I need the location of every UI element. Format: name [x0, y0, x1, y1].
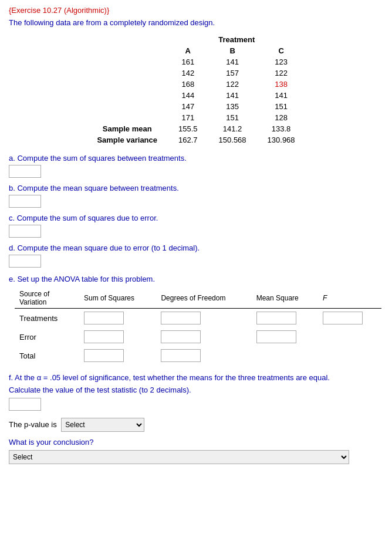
anova-header-ss: Sum of Squares [79, 288, 156, 309]
question-b-label: b. Compute the mean square between treat… [9, 184, 383, 192]
anova-header-source: Source of Variation [15, 288, 79, 309]
anova-source-treatments: Treatments [15, 309, 79, 328]
question-f-label: f. At the α = .05 level of significance,… [9, 373, 383, 382]
anova-header-ms: Mean Square [252, 288, 318, 309]
data-row-2: 142 157 122 [86, 67, 305, 79]
question-d: d. Compute the mean square due to error … [9, 244, 383, 268]
question-e-label: e. Set up the ANOVA table for this probl… [9, 275, 383, 283]
calc-label: Calculate the value of the test statisti… [9, 386, 383, 394]
anova-header-f: F [318, 288, 381, 309]
pvalue-line: The p-value is Select less than .01 betw… [9, 418, 383, 432]
answer-b-input[interactable] [9, 195, 41, 208]
anova-error-df[interactable] [161, 330, 201, 343]
question-a: a. Compute the sum of squares between tr… [9, 154, 383, 178]
anova-error-ss-cell [79, 327, 156, 346]
treatment-header: Treatment [168, 34, 306, 45]
anova-source-total: Total [15, 346, 79, 365]
pvalue-select[interactable]: Select less than .01 between .01 and .02… [61, 418, 144, 432]
col-c: C [257, 45, 306, 56]
anova-row-treatments: Treatments [15, 309, 381, 328]
anova-header-df: Degrees of Freedom [156, 288, 251, 309]
anova-row-total: Total [15, 346, 381, 365]
question-f: f. At the α = .05 level of significance,… [9, 373, 383, 464]
intro-text: The following data are from a completely… [9, 18, 383, 27]
answer-d-input[interactable] [9, 255, 41, 268]
col-b: B [208, 45, 257, 56]
anova-error-ss[interactable] [84, 330, 124, 343]
anova-error-df-cell [156, 327, 251, 346]
anova-treatments-ss-cell [79, 309, 156, 328]
anova-total-ss-cell [79, 346, 156, 365]
anova-treatments-f-cell [318, 309, 381, 328]
sample-variance-row: Sample variance 162.7 150.568 130.968 [86, 134, 305, 146]
anova-error-ms-cell [252, 327, 318, 346]
conclusion-select[interactable]: Select Do not reject H0. There is suffic… [9, 450, 349, 464]
data-row-3: 168 122 138 [86, 79, 305, 90]
pvalue-prefix: The p-value is [9, 420, 57, 429]
conclusion-label: What is your conclusion? [9, 438, 383, 447]
data-row-5: 147 135 151 [86, 101, 305, 112]
anova-error-ms[interactable] [256, 330, 296, 343]
question-b: b. Compute the mean square between treat… [9, 184, 383, 208]
question-c: c. Compute the sum of squares due to err… [9, 214, 383, 238]
answer-c-input[interactable] [9, 225, 41, 238]
anova-source-error: Error [15, 327, 79, 346]
anova-treatments-f[interactable] [323, 312, 363, 324]
anova-total-df[interactable] [161, 349, 201, 362]
anova-treatments-ms[interactable] [256, 312, 296, 324]
answer-a-input[interactable] [9, 165, 41, 178]
anova-total-f-cell [318, 346, 381, 365]
question-a-label: a. Compute the sum of squares between tr… [9, 154, 383, 163]
col-a: A [168, 45, 208, 56]
test-statistic-input[interactable] [9, 398, 41, 411]
anova-table: Source of Variation Sum of Squares Degre… [15, 288, 381, 365]
treatment-table: Treatment A B C 161 141 123 142 157 122 … [86, 34, 305, 146]
anova-treatments-df-cell [156, 309, 251, 328]
exercise-title: {Exercise 10.27 (Algorithmic)} [9, 6, 383, 15]
anova-treatments-ss[interactable] [84, 312, 124, 324]
question-e: e. Set up the ANOVA table for this probl… [9, 275, 383, 365]
data-row-6: 171 151 128 [86, 112, 305, 123]
anova-total-ms-cell [252, 346, 318, 365]
anova-row-error: Error [15, 327, 381, 346]
anova-error-f-cell [318, 327, 381, 346]
data-row-4: 144 141 141 [86, 90, 305, 101]
data-row-1: 161 141 123 [86, 56, 305, 67]
anova-total-ss[interactable] [84, 349, 124, 362]
question-d-label: d. Compute the mean square due to error … [9, 244, 383, 252]
question-c-label: c. Compute the sum of squares due to err… [9, 214, 383, 222]
anova-treatments-ms-cell [252, 309, 318, 328]
sample-mean-row: Sample mean 155.5 141.2 133.8 [86, 123, 305, 134]
anova-total-df-cell [156, 346, 251, 365]
anova-treatments-df[interactable] [161, 312, 201, 324]
